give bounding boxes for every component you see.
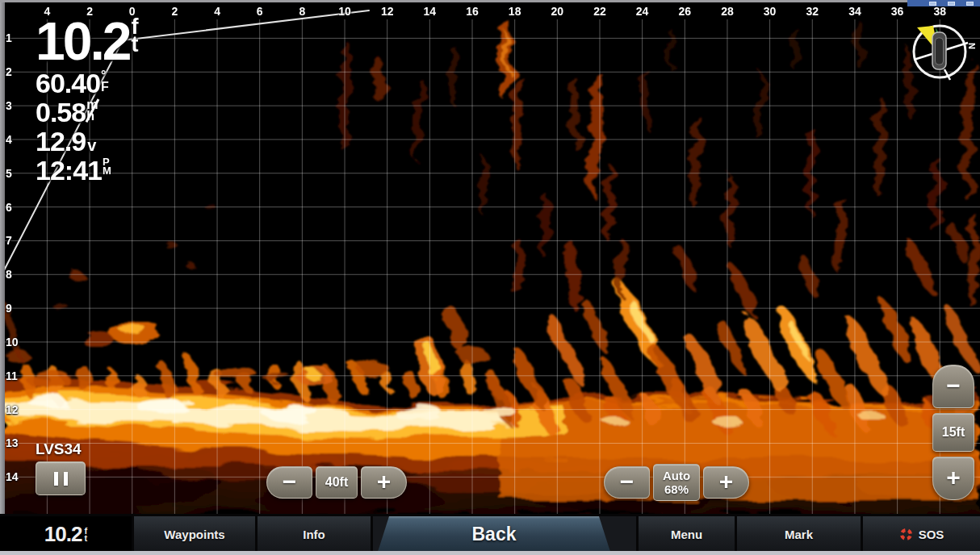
top-axis-label: 36 bbox=[891, 5, 904, 18]
top-axis-label: 2 bbox=[171, 5, 178, 18]
temperature-value: 60.40 bbox=[36, 69, 100, 97]
top-axis-label: 8 bbox=[299, 5, 305, 18]
top-axis-label: 24 bbox=[636, 5, 649, 18]
depth-axis-label: 3 bbox=[6, 99, 20, 112]
plus-icon: + bbox=[719, 469, 734, 494]
gain-minus-button[interactable]: − bbox=[604, 466, 650, 499]
minus-icon: − bbox=[620, 469, 634, 494]
top-axis-label: 26 bbox=[679, 5, 692, 18]
transducer-orientation-icon: N bbox=[909, 16, 977, 87]
gain-mode: Auto bbox=[663, 469, 690, 482]
waypoints-button[interactable]: Waypoints bbox=[134, 516, 255, 552]
depth-axis-label: 14 bbox=[6, 470, 20, 483]
time-value: 12:41 bbox=[36, 156, 102, 184]
forward-range-value: 15ft bbox=[932, 413, 974, 452]
sos-lifering-icon bbox=[899, 528, 913, 541]
pause-button[interactable] bbox=[36, 461, 86, 495]
depth-axis-label: 1 bbox=[6, 31, 20, 44]
menu-bar: 10.2 f t Waypoints Info Back Menu Mark S… bbox=[0, 514, 980, 552]
bezel-left bbox=[0, 2, 5, 552]
depth-axis-label: 2 bbox=[6, 65, 20, 78]
menu-depth-unit: f t bbox=[84, 528, 87, 543]
gain-plus-button[interactable]: + bbox=[703, 466, 749, 499]
menu-depth-readout: 10.2 f t bbox=[0, 516, 132, 552]
bezel-top bbox=[0, 0, 980, 2]
menu-button[interactable]: Menu bbox=[639, 516, 735, 552]
range-minus-button[interactable]: − bbox=[266, 466, 312, 499]
top-axis-label: 4 bbox=[214, 5, 220, 18]
range-value: 40ft bbox=[316, 466, 358, 499]
voltage-unit: v bbox=[87, 137, 96, 153]
depth-axis-label: 12 bbox=[6, 403, 20, 416]
depth-axis-label: 6 bbox=[6, 201, 20, 214]
back-button[interactable]: Back bbox=[378, 516, 610, 552]
minus-icon: − bbox=[946, 373, 961, 398]
sonar-display[interactable] bbox=[0, 0, 980, 555]
top-axis-label: 22 bbox=[593, 5, 606, 18]
depth-axis-label: 5 bbox=[6, 167, 20, 180]
fishfinder-screen: 4202468101214161820222426283032343638 12… bbox=[0, 0, 980, 555]
remote-icon-1[interactable] bbox=[929, 2, 936, 6]
depth-axis-label: 13 bbox=[6, 436, 20, 449]
depth-axis-label: 9 bbox=[6, 302, 20, 315]
depth-axis-label: 7 bbox=[6, 234, 20, 247]
top-axis-label: 14 bbox=[424, 5, 437, 18]
depth-axis-label: 11 bbox=[6, 369, 20, 382]
gain-value: Auto 68% bbox=[653, 464, 700, 501]
remote-icon-2[interactable] bbox=[948, 2, 955, 6]
time-unit: P M bbox=[103, 157, 111, 175]
forward-range-plus-button[interactable]: + bbox=[932, 457, 974, 500]
top-axis-label: 16 bbox=[466, 5, 479, 18]
transducer-panel: LVS34 bbox=[36, 440, 86, 495]
north-label: N bbox=[967, 43, 977, 49]
info-button[interactable]: Info bbox=[258, 516, 371, 552]
temperature-readout: 60.40 ° F bbox=[36, 69, 138, 97]
pause-icon bbox=[64, 472, 68, 486]
top-axis-label: 12 bbox=[381, 5, 394, 18]
top-axis-label: 10 bbox=[338, 5, 351, 18]
time-readout: 12:41 P M bbox=[36, 156, 138, 184]
depth-value: 10.2 bbox=[36, 15, 129, 68]
remote-viewer-strip bbox=[907, 0, 980, 6]
pause-icon bbox=[54, 472, 58, 486]
bezel-bottom bbox=[0, 551, 980, 555]
remote-icon-3[interactable] bbox=[966, 2, 974, 6]
top-axis-label: 28 bbox=[721, 5, 734, 18]
depth-axis-label: 10 bbox=[6, 336, 20, 348]
top-axis-label: 20 bbox=[551, 5, 564, 18]
data-overlay: 10.2 f t 60.40 ° F 0.58 m h 12.9 v 12:41 bbox=[36, 15, 138, 184]
range-plus-button[interactable]: + bbox=[361, 466, 407, 499]
gain-percent: 68% bbox=[664, 482, 689, 496]
voltage-readout: 12.9 v bbox=[36, 127, 138, 155]
depth-readout: 10.2 f t bbox=[36, 15, 138, 68]
depth-unit: f t bbox=[131, 18, 138, 53]
depth-axis-label: 4 bbox=[6, 133, 20, 146]
plus-icon: + bbox=[946, 465, 961, 490]
voltage-value: 12.9 bbox=[36, 127, 86, 155]
top-axis-label: 32 bbox=[806, 5, 819, 18]
transducer-source-label: LVS34 bbox=[36, 440, 86, 458]
top-axis-label: 6 bbox=[257, 5, 263, 18]
depth-axis-label: 8 bbox=[6, 268, 20, 281]
sos-button[interactable]: SOS bbox=[863, 516, 980, 552]
temperature-unit: ° F bbox=[101, 70, 109, 92]
plus-icon: + bbox=[377, 469, 392, 494]
back-button-cell: Back bbox=[373, 516, 636, 552]
speed-readout: 0.58 m h bbox=[36, 98, 138, 126]
sonar-canvas bbox=[0, 0, 980, 555]
speed-value: 0.58 bbox=[36, 98, 86, 126]
transducer-icon-inner bbox=[936, 38, 944, 65]
top-axis-label: 18 bbox=[509, 5, 521, 18]
top-axis-label: 34 bbox=[848, 5, 861, 18]
sonar-returns bbox=[0, 21, 980, 526]
mark-button[interactable]: Mark bbox=[737, 516, 861, 552]
minus-icon: − bbox=[283, 469, 297, 494]
top-axis-label: 30 bbox=[764, 5, 777, 18]
speed-unit: m h bbox=[86, 99, 98, 121]
forward-range-minus-button[interactable]: − bbox=[932, 365, 974, 408]
